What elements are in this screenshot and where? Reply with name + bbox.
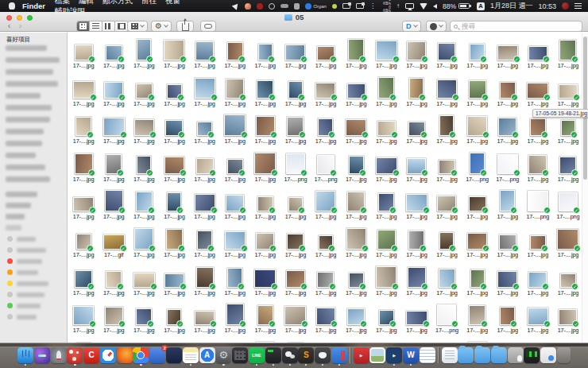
file-item[interactable]: ✓17-....jpg — [371, 185, 401, 220]
dock-red-player-icon[interactable]: ▶ — [354, 347, 369, 363]
file-item[interactable]: ✓17-....jpg — [401, 223, 431, 258]
file-item[interactable]: ✓17-....jpg — [371, 34, 401, 69]
file-item[interactable]: ✓17-....png — [280, 148, 311, 183]
file-item[interactable]: ✓17-....jpg — [280, 185, 311, 220]
file-item[interactable]: ✓17-....jpg — [280, 223, 311, 258]
file-item[interactable]: ✓17-....jpg — [189, 223, 219, 258]
dock-folder-2-icon[interactable] — [474, 347, 490, 363]
file-item[interactable]: ✓17-....jpg — [493, 34, 523, 69]
file-item[interactable]: ✓17-....jpg — [68, 72, 99, 107]
file-item[interactable]: ✓17-....jpg — [220, 185, 250, 220]
file-item[interactable]: ✓ — [68, 337, 99, 343]
menu-app-name[interactable]: Finder — [22, 2, 45, 10]
file-item[interactable]: ✓17-....jpg — [553, 148, 583, 183]
file-item[interactable]: ✓17-....jpg — [189, 185, 219, 220]
file-item[interactable]: ✓17-....jpg — [341, 299, 371, 334]
file-item[interactable]: ✓17-....jpg — [99, 299, 129, 334]
dock-list-app-icon[interactable] — [420, 347, 435, 363]
file-item[interactable]: ✓17-....jpg — [462, 110, 493, 145]
sidebar-item-blurred[interactable] — [6, 69, 53, 75]
file-item[interactable]: ✓17-....jpg — [462, 34, 493, 69]
file-item[interactable]: ✓17-....jpg — [280, 299, 311, 334]
file-item[interactable]: ✓17-....jpg — [431, 148, 462, 183]
file-item[interactable]: ✓17-....jpg — [189, 110, 219, 145]
display-status-icon-2[interactable] — [356, 3, 364, 9]
red-app-status-icon[interactable] — [562, 2, 569, 10]
dock-word-icon[interactable]: W — [403, 347, 419, 363]
file-item[interactable]: ✓17-....jpg — [553, 223, 583, 258]
apple-menu-icon[interactable] — [9, 2, 15, 10]
coverflow-view-button[interactable] — [115, 21, 128, 31]
file-item[interactable]: ✓17-....jpg — [250, 110, 280, 145]
file-item[interactable]: ✓17-....jpg — [523, 72, 553, 107]
file-item[interactable]: ✓17-....jpg — [159, 110, 189, 145]
menu-item-5[interactable]: 輔助說明 — [55, 6, 85, 15]
file-item[interactable]: ✓ — [431, 337, 462, 343]
file-item[interactable]: ✓17-....jpg — [493, 299, 523, 334]
file-item[interactable]: ✓17-....jpg — [401, 261, 431, 296]
sidebar-tag-dot-1[interactable] — [7, 247, 13, 253]
dock-documents-stack-icon[interactable] — [442, 347, 458, 363]
dock-white-window-app-icon[interactable] — [540, 347, 556, 363]
file-item[interactable]: ✓17-....jpg — [159, 34, 189, 69]
file-item[interactable]: ✓17-....jpg — [462, 72, 493, 107]
file-item[interactable]: ✓17-....jpg — [159, 223, 189, 258]
file-item[interactable]: ✓ — [553, 337, 583, 343]
file-item[interactable]: ✓17-....jpg — [159, 185, 189, 220]
file-item[interactable]: ✓17-....jpg — [462, 299, 493, 334]
tags-button[interactable] — [200, 21, 216, 32]
column-view-button[interactable] — [103, 21, 115, 31]
file-item[interactable]: ✓17-....jpg — [99, 148, 129, 183]
file-item[interactable]: ✓17-....jpg — [68, 223, 99, 258]
dock-chrome-icon[interactable] — [133, 347, 149, 363]
file-item[interactable]: ✓17-....jpg — [431, 110, 462, 145]
file-item[interactable]: ✓17-....jpg — [129, 261, 159, 296]
file-item[interactable]: ✓17-....jpg — [220, 148, 250, 183]
file-item[interactable]: ✓17-....jpg — [99, 261, 129, 296]
search-input[interactable] — [460, 21, 578, 31]
file-item[interactable]: ✓17-....jpg — [493, 110, 523, 145]
file-item[interactable]: ✓17-....jpg — [523, 223, 553, 258]
file-item[interactable]: ✓17-....jpg — [311, 299, 341, 334]
dock-launchpad-icon[interactable] — [51, 347, 67, 363]
file-item[interactable]: ✓17-....jpg — [129, 110, 159, 145]
file-item[interactable]: ✓17-....jpg — [129, 299, 159, 334]
file-item[interactable]: ✓17-....jpg — [220, 299, 250, 334]
dock-mushroom-app-icon[interactable] — [67, 347, 83, 363]
dock-photos-viewer-icon[interactable] — [369, 347, 385, 363]
file-item[interactable]: ✓17-....jpg — [189, 72, 219, 107]
organ-app-icon[interactable]: Organ — [305, 3, 327, 10]
sidebar-item-blurred[interactable] — [6, 57, 60, 63]
menu-clock[interactable]: 10:53 — [538, 2, 556, 10]
file-item[interactable]: ✓17-....jpg — [99, 185, 129, 220]
file-item[interactable]: ✓17-....jpg — [431, 223, 462, 258]
scrollbar-thumb[interactable] — [583, 37, 587, 180]
file-item[interactable]: ✓17-....jpg — [401, 185, 431, 220]
sidebar-tag-dot-5[interactable] — [7, 292, 13, 297]
file-item[interactable]: ✓17-....jpg — [250, 34, 280, 69]
file-item[interactable]: ✓17-....jpg — [311, 110, 341, 145]
dock-folder-3-icon[interactable] — [491, 347, 507, 363]
sidebar-tag-dot-6[interactable] — [7, 303, 13, 308]
search-field[interactable] — [450, 21, 582, 32]
file-item[interactable]: ✓17-....jpg — [99, 110, 129, 145]
file-item[interactable]: ✓17-....jpg — [371, 110, 401, 145]
file-item[interactable]: ✓ — [341, 337, 371, 343]
file-item[interactable]: ✓17-....png — [311, 148, 341, 183]
file-item[interactable]: ✓ — [523, 337, 553, 343]
volume-icon[interactable] — [433, 4, 437, 9]
dock-remote-desktop-app-icon[interactable] — [331, 347, 347, 363]
sidebar-item-blurred[interactable] — [6, 45, 47, 51]
file-item[interactable]: ✓17-....jpg — [401, 148, 431, 183]
network-speed-indicator[interactable]: 3 KB/s0 KB/s — [381, 0, 391, 14]
upload-arrow-icon[interactable]: ↑ — [397, 2, 400, 10]
sidebar-item-blurred[interactable] — [6, 129, 44, 134]
file-item[interactable]: ✓17-....jpg — [159, 148, 189, 183]
file-item[interactable]: ✓17-....jpg — [311, 261, 341, 296]
sidebar-tag-dot-0[interactable] — [7, 236, 13, 242]
file-item[interactable]: ✓17-....jpg — [189, 34, 219, 69]
file-item[interactable]: ✓ — [189, 337, 219, 343]
file-item[interactable]: ✓17-....jpg — [341, 223, 371, 258]
file-item[interactable]: ✓17-....jpg — [129, 185, 159, 220]
menu-item-4[interactable]: 視窗 — [165, 0, 180, 5]
